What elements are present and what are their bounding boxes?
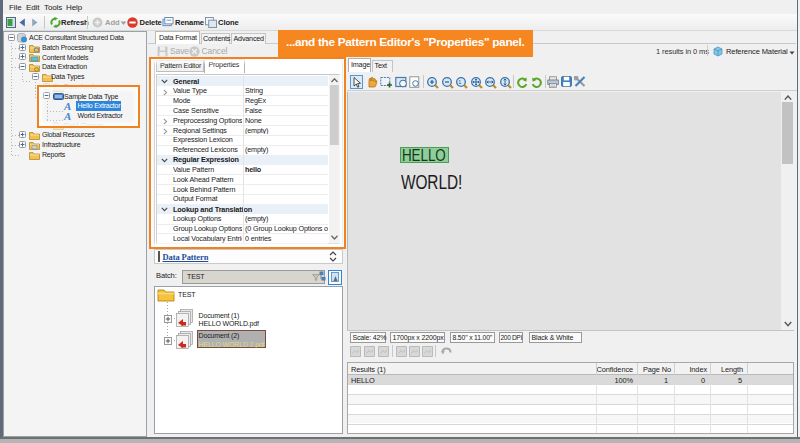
svg-text:1: 1 bbox=[458, 79, 461, 85]
